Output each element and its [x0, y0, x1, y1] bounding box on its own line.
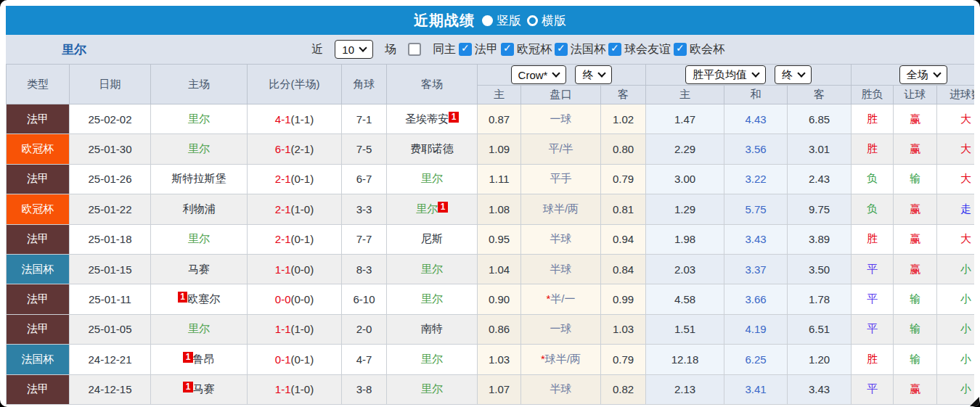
cell-handicap-result: 输 [894, 164, 937, 194]
halftime-score: (1-0) [291, 323, 314, 335]
cell-goals: 大 [937, 224, 974, 254]
cell-corners: 7-5 [342, 134, 387, 164]
cell-avg-home: 1.51 [646, 314, 724, 344]
ligue1-label: 法甲 [475, 42, 498, 57]
cell-away-team: 里尔 [387, 284, 478, 314]
cell-avg-home: 1.47 [646, 104, 724, 134]
cell-handicap-result: 赢 [894, 224, 937, 254]
cell-away-team: 里尔 [387, 345, 478, 374]
table-row: 法甲25-01-05里尔1-1(1-0)2-0南特0.86一球1.031.514… [7, 314, 975, 344]
cell-odds-home: 1.04 [478, 254, 521, 284]
cell-avg-draw: 3.66 [724, 284, 788, 314]
cell-odds-home: 0.86 [478, 314, 521, 344]
checkbox-club-friendly[interactable] [608, 43, 621, 56]
cell-league: 法国杯 [7, 345, 70, 374]
resize-corner[interactable] [970, 397, 979, 406]
cell-league: 法甲 [7, 224, 70, 254]
cell-handicap-result: 输 [894, 314, 937, 344]
avg-time-select[interactable]: 终 [775, 65, 812, 84]
cell-corners: 7-7 [342, 224, 387, 254]
cell-home-team: 1鲁昂 [151, 345, 248, 374]
cell-away-team: 圣埃蒂安1 [387, 104, 478, 134]
cell-goals: 大 [937, 134, 974, 164]
table-row: 欧冠杯25-01-30里尔6-1(2-1)7-5费耶诺德1.09平/半0.802… [7, 134, 975, 164]
cell-date: 25-01-15 [70, 254, 151, 284]
cell-corners: 3-8 [342, 374, 387, 404]
cell-home-team: 利物浦 [151, 194, 248, 224]
fulltime-score: 1-1 [275, 263, 291, 276]
halftime-score: (0-0) [291, 293, 314, 305]
cell-score: 1-1(1-0) [248, 374, 342, 404]
recent-count-value: 10 [342, 44, 354, 56]
cell-odds-away: 1.03 [601, 314, 646, 344]
cell-handicap-line: *球半/两 [521, 345, 601, 374]
team-name-text: 马赛 [188, 263, 210, 275]
cell-league: 法甲 [7, 314, 70, 344]
cell-goals: 大 [937, 104, 974, 134]
team-name-text: 里尔 [188, 322, 210, 334]
checkbox-coupe-de-france[interactable] [555, 43, 568, 56]
cell-away-team: 里尔1 [387, 194, 478, 224]
cell-league: 法国杯 [7, 254, 70, 284]
cell-result: 平 [852, 254, 894, 284]
col-header-date: 日期 [70, 65, 151, 104]
checkbox-ligue1[interactable] [459, 43, 472, 56]
sub-header-avg-home: 主 [646, 86, 724, 104]
col-header-corners: 角球 [342, 65, 387, 104]
chevron-down-icon [751, 69, 759, 77]
checkbox-ucl[interactable] [501, 43, 514, 56]
cell-date: 24-12-21 [70, 345, 151, 374]
cell-handicap-result: 赢 [894, 194, 937, 224]
odds-time-value: 终 [582, 68, 593, 82]
cell-avg-away: 3.89 [788, 224, 852, 254]
halftime-score: (0-1) [291, 353, 314, 366]
cell-date: 25-01-22 [70, 194, 151, 224]
cell-league: 欧冠杯 [7, 194, 70, 224]
radio-selected-icon[interactable] [482, 15, 493, 26]
table-row: 法甲25-01-26斯特拉斯堡2-1(0-1)6-7里尔1.11平手0.793.… [7, 164, 975, 194]
cell-odds-away: 0.81 [601, 194, 646, 224]
recent-count-select[interactable]: 10 [335, 40, 373, 59]
cell-home-team: 里尔 [151, 314, 248, 344]
cell-handicap-line: 平手 [521, 164, 601, 194]
filter-controls: 近 10 场 同主 法甲 欧冠杯 法国杯 球会友谊 欧会杯 [311, 40, 724, 59]
cell-away-team: 里尔 [387, 254, 478, 284]
radio-unselected-icon[interactable] [527, 15, 538, 26]
avg-type-select[interactable]: 胜平负均值 [685, 65, 766, 84]
view-mode-horizontal[interactable]: 横版 [527, 12, 566, 29]
cell-corners: 8-3 [342, 254, 387, 284]
team-name-text: 里尔 [188, 232, 210, 244]
table-row: 法甲25-02-02里尔4-1(1-1)7-1圣埃蒂安10.87一球1.021.… [7, 104, 975, 134]
page-title: 近期战绩 [414, 11, 475, 30]
same-home-checkbox[interactable] [408, 43, 421, 56]
cell-avg-away: 3.01 [788, 134, 852, 164]
odds-company-select[interactable]: Crow* [511, 65, 567, 84]
red-card-badge: 1 [183, 352, 193, 363]
halftime-score: (1-0) [291, 203, 314, 215]
odds-time-select[interactable]: 终 [575, 65, 612, 84]
team-name-text: 里尔 [421, 172, 443, 184]
fulltime-score: 0-0 [275, 293, 291, 305]
cell-home-team: 里尔 [151, 134, 248, 164]
scope-select[interactable]: 全场 [899, 65, 947, 84]
cell-odds-away: 0.79 [601, 164, 646, 194]
cell-corners: 3-3 [342, 194, 387, 224]
team-name-text: 里尔 [416, 202, 438, 215]
sub-header-avg-away: 客 [788, 86, 852, 104]
cell-handicap-line: 半球 [521, 254, 601, 284]
cell-league: 欧冠杯 [7, 134, 70, 164]
filter-bar: 里尔 近 10 场 同主 法甲 欧冠杯 法国杯 球会友谊 欧会杯 [6, 35, 974, 64]
team-name-text: 里尔 [421, 292, 443, 305]
cell-home-team: 斯特拉斯堡 [151, 164, 248, 194]
cell-avg-draw: 4.43 [724, 104, 788, 134]
cell-corners: 6-7 [342, 164, 387, 194]
checkbox-uecl[interactable] [674, 43, 687, 56]
cell-goals: 小 [937, 254, 974, 284]
cell-away-team: 里尔 [387, 164, 478, 194]
halftime-score: (0-0) [291, 263, 314, 276]
view-mode-vertical[interactable]: 竖版 [482, 12, 521, 29]
cell-result: 平 [852, 374, 894, 404]
cell-avg-home: 3.00 [646, 164, 724, 194]
cell-result: 负 [852, 194, 894, 224]
cell-score: 0-1(0-1) [248, 345, 342, 374]
